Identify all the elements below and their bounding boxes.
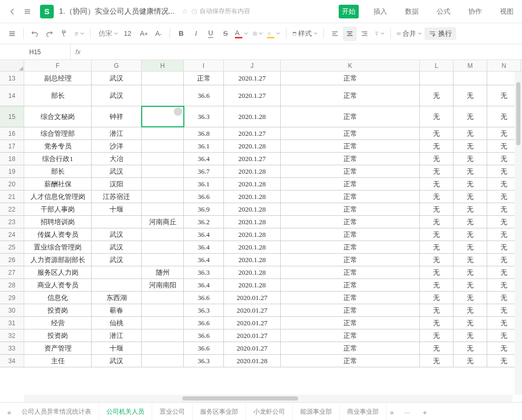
cell-I30[interactable]: 36.3	[184, 304, 224, 316]
cell-H20[interactable]	[142, 178, 184, 190]
format-painter-button[interactable]	[57, 26, 71, 41]
cell-K28[interactable]: 正常	[281, 279, 420, 291]
cell-G23[interactable]	[92, 216, 142, 228]
cell-F23[interactable]: 招聘培训岗	[24, 216, 92, 228]
align-right-button[interactable]	[358, 26, 371, 41]
cell-F21[interactable]: 人才信息化管理岗	[24, 191, 92, 203]
row-header-22[interactable]: 22	[0, 203, 24, 215]
font-family-select[interactable]: 仿宋	[95, 26, 121, 41]
cell-K24[interactable]: 正常	[281, 228, 420, 241]
cell-M20[interactable]: 无	[454, 178, 487, 190]
menu-tab-0[interactable]: 开始	[339, 5, 359, 18]
row-header-30[interactable]: 30	[0, 304, 24, 316]
cell-J25[interactable]: 2020.1.28	[224, 241, 281, 253]
cell-G31[interactable]: 仙桃	[92, 317, 142, 329]
cell-K29[interactable]: 正常	[281, 292, 420, 304]
cell-G26[interactable]: 武汉	[92, 254, 142, 266]
cell-L18[interactable]: 无	[420, 153, 454, 165]
cell-L28[interactable]: 无	[420, 279, 454, 291]
cell-K27[interactable]: 正常	[281, 266, 420, 278]
cell-I28[interactable]: 36.4	[184, 279, 224, 291]
col-header-I[interactable]: I	[184, 60, 224, 71]
cell-H33[interactable]	[142, 342, 184, 354]
row-header-34[interactable]: 34	[0, 355, 24, 367]
cell-F15[interactable]: 综合文秘岗	[24, 106, 92, 127]
col-header-L[interactable]: L	[420, 60, 454, 71]
cell-I25[interactable]: 36.4	[184, 241, 224, 253]
cell-M32[interactable]: 无	[454, 329, 487, 342]
row-header-19[interactable]: 19	[0, 165, 24, 177]
menu-tab-4[interactable]: 协作	[465, 5, 485, 18]
cell-F30[interactable]: 投资岗	[24, 304, 92, 316]
cell-J29[interactable]: 2020.01.27	[224, 292, 281, 304]
cell-I34[interactable]: 36.3	[184, 355, 224, 367]
cell-F33[interactable]: 资产管理	[24, 342, 92, 354]
cell-L27[interactable]: 无	[420, 266, 454, 278]
cell-L14[interactable]: 无	[420, 85, 454, 106]
cell-L16[interactable]: 无	[420, 127, 454, 139]
cell-J22[interactable]: 2020.1.28	[224, 203, 281, 215]
cell-H16[interactable]	[142, 127, 184, 139]
cell-L30[interactable]: 无	[420, 304, 454, 316]
cell-K26[interactable]: 正常	[281, 254, 420, 266]
cell-F32[interactable]: 投资岗	[24, 329, 92, 342]
horizontal-scrollbar[interactable]	[24, 395, 513, 402]
cell-M23[interactable]: 无	[454, 216, 487, 228]
redo-button[interactable]	[43, 26, 56, 41]
cell-G21[interactable]: 江苏宿迁	[92, 191, 142, 203]
cell-M24[interactable]: 无	[454, 228, 487, 241]
cell-K15[interactable]: 正常	[281, 106, 420, 127]
row-header-16[interactable]: 16	[0, 127, 24, 139]
cell-I18[interactable]: 36.4	[184, 153, 224, 165]
cell-F25[interactable]: 置业综合管理岗	[24, 241, 92, 253]
document-title[interactable]: 1.（协同）实业公司人员健康情况...	[59, 7, 174, 16]
cell-K33[interactable]: 正常	[281, 342, 420, 354]
cell-I17[interactable]: 36.1	[184, 140, 224, 152]
cell-G14[interactable]: 武汉	[92, 85, 142, 106]
sheet-tab-1[interactable]: 公司机关人员	[99, 403, 152, 420]
strikethrough-button[interactable]: S	[219, 26, 232, 41]
cell-J28[interactable]: 2020.1.28	[224, 279, 281, 291]
cell-M15[interactable]: 无	[454, 106, 487, 127]
cell-J33[interactable]: 2020.01.27	[224, 342, 281, 354]
cell-K25[interactable]: 正常	[281, 241, 420, 253]
align-left-button[interactable]	[328, 26, 342, 41]
sheet-nav-next[interactable]: »	[387, 408, 397, 416]
cell-L24[interactable]: 无	[420, 228, 454, 241]
cell-H30[interactable]	[142, 304, 184, 316]
cell-J24[interactable]: 2020.1.28	[224, 228, 281, 241]
cell-H18[interactable]	[142, 153, 184, 165]
row-header-17[interactable]: 17	[0, 140, 24, 152]
row-header-21[interactable]: 21	[0, 191, 24, 203]
cell-J34[interactable]: 2020.01.28	[224, 355, 281, 367]
row-header-14[interactable]: 14	[0, 85, 24, 106]
name-box[interactable]: H15	[0, 44, 71, 59]
row-header-33[interactable]: 33	[0, 342, 24, 354]
cell-G29[interactable]: 东西湖	[92, 292, 142, 304]
sheet-tab-3[interactable]: 服务区事业部	[193, 403, 246, 420]
col-header-N[interactable]: N	[487, 60, 521, 71]
cell-F31[interactable]: 经营	[24, 317, 92, 329]
cell-I20[interactable]: 36.1	[184, 178, 224, 190]
cell-H17[interactable]	[142, 140, 184, 152]
col-header-H[interactable]: H	[142, 60, 184, 71]
menu-dropdown[interactable]	[5, 26, 19, 41]
row-header-25[interactable]: 25	[0, 241, 24, 253]
sheet-nav-prev[interactable]: «	[4, 408, 14, 416]
cell-I31[interactable]: 36.6	[184, 317, 224, 329]
cell-M13[interactable]	[454, 72, 487, 85]
cell-J20[interactable]: 2020.1.28	[224, 178, 281, 190]
row-header-27[interactable]: 27	[0, 266, 24, 278]
sheet-tab-6[interactable]: 商业事业部	[340, 403, 387, 420]
cell-K19[interactable]: 正常	[281, 165, 420, 177]
cell-L13[interactable]	[420, 72, 454, 85]
cell-H28[interactable]: 河南南阳	[142, 279, 184, 291]
cell-G30[interactable]: 蕲春	[92, 304, 142, 316]
cell-H32[interactable]	[142, 329, 184, 342]
cell-G18[interactable]: 大冶	[92, 153, 142, 165]
valign-button[interactable]	[372, 26, 386, 41]
cell-L32[interactable]: 无	[420, 329, 454, 342]
cell-G15[interactable]: 钟祥	[92, 106, 142, 127]
cell-I15[interactable]: 36.3	[184, 106, 224, 127]
cell-F22[interactable]: 干部人事岗	[24, 203, 92, 215]
